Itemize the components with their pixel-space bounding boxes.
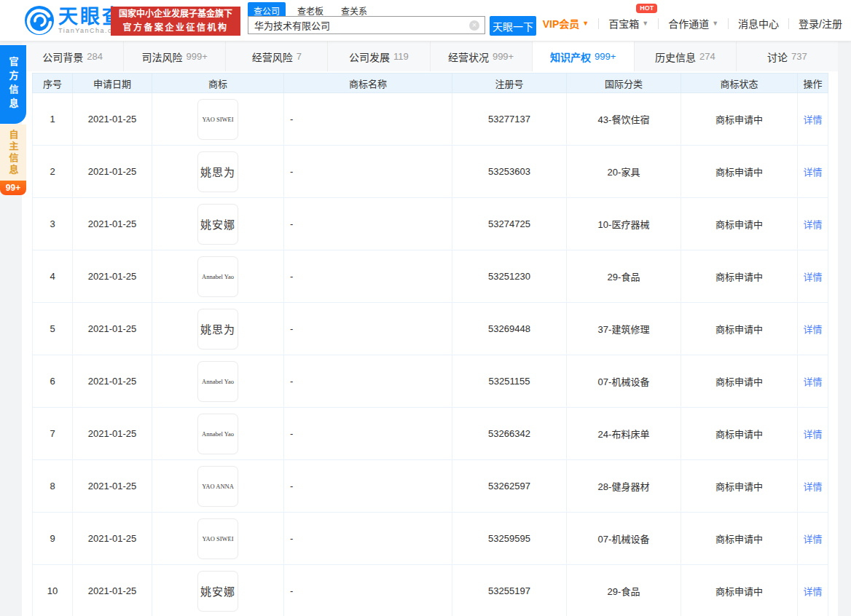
row-trademark-name: - bbox=[284, 408, 452, 460]
row-intl-class: 43-餐饮住宿 bbox=[567, 93, 681, 146]
tab-history-info[interactable]: 历史信息274 bbox=[635, 42, 737, 71]
table-row: 7 2021-01-25 Annabel Yao - 53266342 24-布… bbox=[33, 408, 828, 460]
detail-link[interactable]: 详情 bbox=[803, 272, 822, 283]
trademark-image[interactable]: Annabel Yao bbox=[197, 256, 238, 297]
trademark-table-wrap: 序号 申请日期 商标 商标名称 注册号 国际分类 商标状态 操作 1 2021-… bbox=[32, 73, 828, 616]
tab-discussion[interactable]: 讨论737 bbox=[737, 42, 838, 71]
sidebar-tab-official-info[interactable]: 官方信息 bbox=[0, 45, 26, 124]
row-index: 9 bbox=[33, 513, 73, 565]
row-intl-class: 28-健身器材 bbox=[567, 460, 681, 513]
row-status: 商标申请中 bbox=[681, 513, 798, 565]
detail-link[interactable]: 详情 bbox=[803, 219, 822, 230]
row-apply-date: 2021-01-25 bbox=[73, 355, 152, 408]
row-trademark-cell: 姚思为 bbox=[152, 146, 284, 198]
menu-toolbox-label: 百宝箱 bbox=[608, 16, 639, 31]
row-reg-number: 53253603 bbox=[452, 146, 567, 198]
tab-intellectual-property[interactable]: 知识产权999+ bbox=[533, 42, 635, 71]
trademark-image[interactable]: Annabel Yao bbox=[197, 414, 238, 454]
menu-toolbox[interactable]: 百宝箱 ▼ HOT bbox=[608, 16, 648, 31]
self-info-count-badge[interactable]: 99+ bbox=[0, 181, 26, 195]
tab-operating-status[interactable]: 经营状况999+ bbox=[431, 42, 533, 71]
row-intl-class: 24-布料床单 bbox=[567, 408, 681, 460]
row-apply-date: 2021-01-25 bbox=[73, 565, 152, 616]
detail-link[interactable]: 详情 bbox=[803, 481, 822, 492]
search-tab-relation[interactable]: 查关系 bbox=[335, 2, 373, 17]
search-input[interactable] bbox=[248, 16, 485, 34]
trademark-image[interactable]: 姚思为 bbox=[197, 309, 238, 350]
col-header-index: 序号 bbox=[33, 74, 73, 93]
row-apply-date: 2021-01-25 bbox=[73, 146, 152, 198]
gov-certification-badge: 国家中小企业发展子基金旗下 官方备案企业征信机构 bbox=[111, 7, 240, 36]
tab-company-background[interactable]: 公司背景284 bbox=[22, 42, 124, 71]
trademark-image[interactable]: YAO SIWEI bbox=[197, 518, 238, 559]
chevron-down-icon: ▼ bbox=[582, 20, 589, 27]
row-index: 1 bbox=[33, 93, 73, 146]
row-intl-class: 10-医疗器械 bbox=[567, 198, 681, 250]
tab-judicial-risk[interactable]: 司法风险999+ bbox=[124, 42, 226, 71]
tab-company-development[interactable]: 公司发展119 bbox=[328, 42, 430, 71]
col-header-status: 商标状态 bbox=[681, 74, 798, 93]
trademark-image[interactable]: 姚安娜 bbox=[197, 571, 238, 612]
row-index: 3 bbox=[33, 198, 73, 250]
detail-link[interactable]: 详情 bbox=[803, 324, 822, 335]
menu-cooperation[interactable]: 合作通道 ▼ bbox=[668, 16, 718, 31]
detail-link[interactable]: 详情 bbox=[803, 167, 822, 178]
row-trademark-name: - bbox=[284, 355, 452, 408]
row-reg-number: 53255197 bbox=[452, 565, 567, 616]
table-row: 6 2021-01-25 Annabel Yao - 53251155 07-机… bbox=[33, 355, 828, 408]
menu-vip[interactable]: VIP会员 ▼ bbox=[543, 16, 589, 31]
row-reg-number: 53266342 bbox=[452, 408, 567, 460]
search-tabs: 查公司 查老板 查关系 bbox=[248, 2, 539, 17]
row-apply-date: 2021-01-25 bbox=[73, 408, 152, 460]
trademark-image[interactable]: 姚安娜 bbox=[197, 204, 238, 245]
trademark-image[interactable]: YAO ANNA bbox=[197, 466, 238, 507]
tab-operating-risk[interactable]: 经营风险7 bbox=[226, 42, 328, 71]
row-status: 商标申请中 bbox=[681, 355, 798, 408]
detail-link[interactable]: 详情 bbox=[803, 534, 822, 545]
row-trademark-name: - bbox=[284, 460, 452, 513]
detail-link[interactable]: 详情 bbox=[803, 114, 822, 125]
row-trademark-cell: YAO SIWEI bbox=[152, 93, 284, 146]
row-status: 商标申请中 bbox=[681, 303, 798, 355]
menu-login-register[interactable]: 登录/注册 bbox=[799, 16, 842, 31]
row-status: 商标申请中 bbox=[681, 408, 798, 460]
trademark-image[interactable]: YAO SIWEI bbox=[197, 99, 238, 140]
row-status: 商标申请中 bbox=[681, 198, 798, 250]
detail-link[interactable]: 详情 bbox=[803, 429, 822, 440]
row-index: 7 bbox=[33, 408, 73, 460]
search-button[interactable]: 天眼一下 bbox=[490, 16, 536, 36]
menu-vip-label: VIP会员 bbox=[543, 16, 580, 31]
menu-divider bbox=[598, 18, 599, 29]
table-row: 9 2021-01-25 YAO SIWEI - 53259595 07-机械设… bbox=[33, 513, 828, 565]
top-header: 天眼查 TianYanCha.com 国家中小企业发展子基金旗下 官方备案企业征… bbox=[0, 0, 851, 42]
gov-badge-line1: 国家中小企业发展子基金旗下 bbox=[111, 7, 240, 21]
col-header-apply-date: 申请日期 bbox=[73, 74, 152, 93]
row-status: 商标申请中 bbox=[681, 250, 798, 303]
row-status: 商标申请中 bbox=[681, 146, 798, 198]
sidebar-tab-self-info[interactable]: 自主信息 bbox=[0, 125, 26, 181]
detail-link[interactable]: 详情 bbox=[803, 376, 822, 387]
tianyancha-logo[interactable]: 天眼查 TianYanCha.com bbox=[25, 6, 124, 35]
official-info-label: 官方信息 bbox=[7, 57, 20, 112]
row-reg-number: 53251155 bbox=[452, 355, 567, 408]
row-trademark-cell: 姚安娜 bbox=[152, 565, 284, 616]
clear-search-icon[interactable]: × bbox=[469, 20, 479, 31]
row-reg-number: 53262597 bbox=[452, 460, 567, 513]
row-trademark-cell: YAO ANNA bbox=[152, 460, 284, 513]
hot-badge: HOT bbox=[636, 4, 657, 13]
trademark-image[interactable]: Annabel Yao bbox=[197, 361, 238, 402]
detail-link[interactable]: 详情 bbox=[803, 586, 822, 597]
search-area: 查公司 查老板 查关系 × 天眼一下 bbox=[248, 2, 539, 17]
search-tab-company[interactable]: 查公司 bbox=[248, 2, 286, 17]
search-tab-boss[interactable]: 查老板 bbox=[291, 2, 329, 17]
top-menu: VIP会员 ▼ 百宝箱 ▼ HOT 合作通道 ▼ 消息中心 登录/注册 bbox=[543, 16, 842, 31]
col-header-trademark: 商标 bbox=[152, 74, 284, 93]
row-status: 商标申请中 bbox=[681, 565, 798, 616]
menu-messages[interactable]: 消息中心 bbox=[738, 16, 779, 31]
row-trademark-name: - bbox=[284, 565, 452, 616]
table-header-row: 序号 申请日期 商标 商标名称 注册号 国际分类 商标状态 操作 bbox=[33, 74, 828, 93]
trademark-image[interactable]: 姚思为 bbox=[197, 151, 238, 192]
table-row: 2 2021-01-25 姚思为 - 53253603 20-家具 商标申请中 … bbox=[33, 146, 828, 198]
col-header-reg-number: 注册号 bbox=[452, 74, 567, 93]
company-detail-card: 公司背景284 司法风险999+ 经营风险7 公司发展119 经营状况999+ … bbox=[22, 42, 838, 616]
